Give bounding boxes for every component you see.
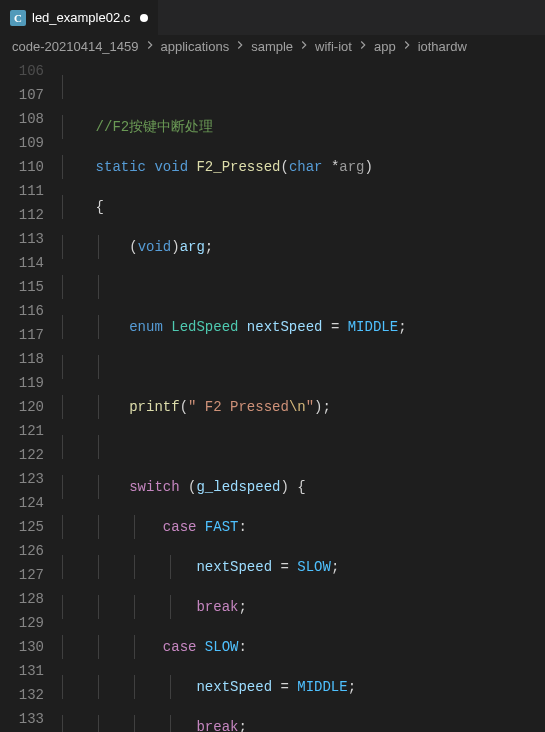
line-number: 127 bbox=[0, 563, 44, 587]
code-line: break; bbox=[62, 715, 545, 732]
line-number: 114 bbox=[0, 251, 44, 275]
line-number: 126 bbox=[0, 539, 44, 563]
code-line: nextSpeed = MIDDLE; bbox=[62, 675, 545, 699]
line-number: 128 bbox=[0, 587, 44, 611]
line-number: 110 bbox=[0, 155, 44, 179]
code-line: //F2按键中断处理 bbox=[62, 115, 545, 139]
line-number: 117 bbox=[0, 323, 44, 347]
code-line: (void)arg; bbox=[62, 235, 545, 259]
line-number: 113 bbox=[0, 227, 44, 251]
breadcrumb-item[interactable]: app bbox=[374, 39, 396, 54]
line-number: 111 bbox=[0, 179, 44, 203]
editor-tab[interactable]: C led_example02.c bbox=[0, 0, 159, 35]
line-number: 122 bbox=[0, 443, 44, 467]
code-line: { bbox=[62, 195, 545, 219]
breadcrumb-item[interactable]: iothardw bbox=[418, 39, 467, 54]
breadcrumb-item[interactable]: code-20210414_1459 bbox=[12, 39, 139, 54]
code-line: nextSpeed = SLOW; bbox=[62, 555, 545, 579]
line-number: 116 bbox=[0, 299, 44, 323]
code-line: switch (g_ledspeed) { bbox=[62, 475, 545, 499]
c-file-icon: C bbox=[10, 10, 26, 26]
chevron-right-icon bbox=[297, 38, 311, 55]
tab-filename: led_example02.c bbox=[32, 10, 130, 25]
line-number: 132 bbox=[0, 683, 44, 707]
line-number: 115 bbox=[0, 275, 44, 299]
code-line: case SLOW: bbox=[62, 635, 545, 659]
code-line: break; bbox=[62, 595, 545, 619]
code-content[interactable]: //F2按键中断处理 static void F2_Pressed(char *… bbox=[62, 57, 545, 732]
line-number: 131 bbox=[0, 659, 44, 683]
code-line bbox=[62, 355, 545, 379]
chevron-right-icon bbox=[400, 38, 414, 55]
line-number: 129 bbox=[0, 611, 44, 635]
chevron-right-icon bbox=[356, 38, 370, 55]
line-number: 107 bbox=[0, 83, 44, 107]
tab-bar: C led_example02.c bbox=[0, 0, 545, 35]
code-line: case FAST: bbox=[62, 515, 545, 539]
line-number: 125 bbox=[0, 515, 44, 539]
breadcrumb-item[interactable]: sample bbox=[251, 39, 293, 54]
line-number: 123 bbox=[0, 467, 44, 491]
line-number: 121 bbox=[0, 419, 44, 443]
code-editor[interactable]: 106 107 108 109 110 111 112 113 114 115 … bbox=[0, 57, 545, 732]
line-number: 133 bbox=[0, 707, 44, 731]
line-number: 106 bbox=[0, 59, 44, 83]
code-line bbox=[62, 435, 545, 459]
code-line bbox=[62, 275, 545, 299]
breadcrumb[interactable]: code-20210414_1459 applications sample w… bbox=[0, 35, 545, 57]
breadcrumb-item[interactable]: wifi-iot bbox=[315, 39, 352, 54]
line-number: 118 bbox=[0, 347, 44, 371]
line-number: 120 bbox=[0, 395, 44, 419]
chevron-right-icon bbox=[233, 38, 247, 55]
code-line: enum LedSpeed nextSpeed = MIDDLE; bbox=[62, 315, 545, 339]
line-number: 109 bbox=[0, 131, 44, 155]
svg-text:C: C bbox=[14, 12, 22, 24]
line-number: 108 bbox=[0, 107, 44, 131]
line-number: 119 bbox=[0, 371, 44, 395]
dirty-indicator-icon bbox=[140, 14, 148, 22]
code-line: printf(" F2 Pressed\n"); bbox=[62, 395, 545, 419]
line-number: 112 bbox=[0, 203, 44, 227]
breadcrumb-item[interactable]: applications bbox=[161, 39, 230, 54]
line-number: 130 bbox=[0, 635, 44, 659]
line-number-gutter: 106 107 108 109 110 111 112 113 114 115 … bbox=[0, 57, 62, 732]
chevron-right-icon bbox=[143, 38, 157, 55]
line-number: 124 bbox=[0, 491, 44, 515]
code-line: static void F2_Pressed(char *arg) bbox=[62, 155, 545, 179]
code-line bbox=[62, 75, 545, 99]
